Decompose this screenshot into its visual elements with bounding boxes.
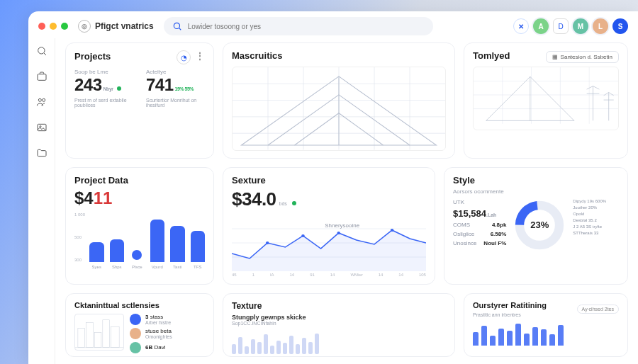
kpi-activity-value: 741	[146, 75, 174, 95]
ck1s: Omonightes	[145, 334, 172, 339]
style-metrics: UTK $15,584.Lah COMS4.8pk Osligiice6.58%…	[453, 199, 506, 251]
bar-label-2: Plsce	[130, 265, 145, 269]
ck-item-1[interactable]: stuse betaOmonightes	[130, 328, 172, 339]
header-badge-icon[interactable]: D	[553, 18, 569, 34]
project-data-bars	[89, 212, 205, 262]
ck-card: Cktaninttual sctlensies 3 stassArber his…	[65, 293, 214, 357]
leg-1: Joother 20%	[573, 205, 606, 210]
tomlyed-card: Tomlyed ▦ Santesion d. Ssbetin	[464, 42, 628, 159]
close-icon[interactable]	[38, 23, 45, 30]
status-dot-icon	[292, 201, 296, 205]
svg-point-2	[38, 47, 44, 54]
ck-illustration	[74, 314, 124, 351]
sidebar-item-search[interactable]	[35, 44, 49, 58]
svg-rect-40	[94, 332, 101, 347]
xt-0: 45	[232, 273, 237, 277]
texture-hint: Sop1CC.INCINfahin	[232, 321, 446, 326]
sexture-chart: Shnerysooine	[232, 215, 426, 271]
projects-title: Projects	[74, 51, 111, 62]
retain-subtitle: Prastitic ann irbentres	[473, 312, 547, 317]
leg-2: Opold	[573, 212, 606, 216]
svg-point-33	[301, 234, 305, 237]
avatar-self[interactable]: S	[612, 18, 628, 34]
projects-card: Projects ◔ ⋮ Soop be Lme 243Nbyr Prest m…	[65, 42, 214, 159]
ck2l: Davi	[154, 344, 165, 351]
leg-4: J 2 A5 3S tryfte	[573, 224, 606, 229]
bar-label-3: Vpurd	[150, 265, 165, 269]
svg-point-34	[337, 232, 340, 234]
retain-filter-button[interactable]: Ay·cihsed 2tes	[577, 305, 619, 314]
sidebar-item-image[interactable]	[35, 120, 49, 135]
m3v: Noul F%	[483, 240, 506, 246]
xt-4: 91	[310, 273, 315, 277]
texture-bars	[232, 330, 446, 354]
style-donut: 23%	[513, 199, 566, 251]
kpi-activity-label: Acteitye	[146, 69, 205, 75]
kpi-scope-unit: Nbyr	[103, 86, 113, 91]
leg-3: Desblal 35.2	[573, 218, 606, 222]
avatar-2[interactable]: M	[573, 18, 588, 34]
tomlyed-action-label: Santesion d. Ssbetin	[561, 54, 612, 60]
ytick-1: 500	[74, 235, 85, 239]
header-action-icon[interactable]: ✕	[513, 18, 529, 34]
svg-line-3	[44, 53, 46, 55]
svg-point-35	[391, 229, 394, 232]
ck0l: stass	[150, 314, 164, 320]
kpi-scope-desc: Prest m of serd extablle poublices	[74, 98, 133, 108]
sidebar	[28, 38, 55, 364]
xt-6: WMier	[350, 273, 362, 277]
sidebar-item-people[interactable]	[35, 95, 49, 109]
clock-icon[interactable]: ◔	[177, 50, 191, 64]
avatar-3[interactable]: L	[593, 18, 608, 34]
search-input[interactable]	[188, 23, 425, 30]
mascruitics-illustration	[232, 67, 446, 151]
texture-card: Texture Stungply gewnps skicke Sop1CC.IN…	[223, 293, 455, 357]
kpi-scope-value: 243	[74, 75, 102, 95]
ck0c: 3	[145, 314, 148, 320]
search-icon	[172, 21, 182, 31]
window-controls[interactable]	[38, 23, 68, 30]
ytick-2: 300	[74, 258, 85, 262]
m3k: Unosince	[453, 240, 476, 246]
xt-8: 14	[398, 273, 403, 277]
maximize-icon[interactable]	[61, 23, 68, 30]
ck0s: Arber histre	[145, 320, 171, 325]
ck2c: 6B	[145, 344, 152, 351]
svg-rect-42	[111, 326, 119, 347]
more-icon[interactable]: ⋮	[195, 50, 205, 64]
m2k: Osligiice	[453, 231, 474, 237]
sexture-legend: Shnerysooine	[325, 222, 359, 228]
mascruitics-card: Mascruitics	[223, 42, 455, 159]
kpi-scope-label: Soop be Lme	[74, 69, 133, 75]
project-data-title: Project Data	[74, 175, 205, 186]
style-subtitle: Aorsors ocommente	[453, 188, 619, 195]
brand-logo-icon: ◎	[78, 20, 91, 33]
chart-icon: ▦	[552, 54, 558, 60]
ck-item-0[interactable]: 3 stassArber histre	[130, 314, 172, 325]
sidebar-item-briefcase[interactable]	[35, 69, 49, 84]
donut-center: 23%	[513, 199, 566, 251]
status-dot-icon	[117, 86, 121, 91]
search-bar[interactable]	[164, 17, 433, 35]
ck-item-2[interactable]: 6B Davi	[130, 342, 172, 353]
sidebar-item-folder[interactable]	[35, 146, 49, 160]
svg-rect-38	[78, 328, 85, 347]
brand: ◎ Pfigct vnatrics	[78, 20, 154, 33]
minimize-icon[interactable]	[50, 23, 57, 30]
mascruitics-title: Mascruitics	[232, 50, 446, 61]
m1v: 4.8pk	[492, 222, 506, 228]
kpi-activity: Acteitye 74119% 55% Scurtertior Monrihut…	[146, 69, 205, 108]
sexture-value: $34.0	[232, 188, 276, 210]
svg-rect-41	[103, 319, 110, 347]
svg-point-6	[42, 98, 45, 101]
tomlyed-action-button[interactable]: ▦ Santesion d. Ssbetin	[546, 51, 619, 63]
avatar-1[interactable]: A	[533, 18, 549, 34]
xt-5: 14	[330, 273, 335, 277]
bar-label-1: Shps	[110, 265, 125, 269]
xt-3: 14	[290, 273, 295, 277]
texture-subtitle: Stungply gewnps skicke	[232, 314, 306, 321]
m0s: .Lah	[486, 212, 496, 217]
project-data-value-prefix: $4	[74, 188, 94, 207]
bar-label-4: Tasti	[170, 265, 185, 269]
bar-label-0: Syes	[89, 265, 104, 269]
